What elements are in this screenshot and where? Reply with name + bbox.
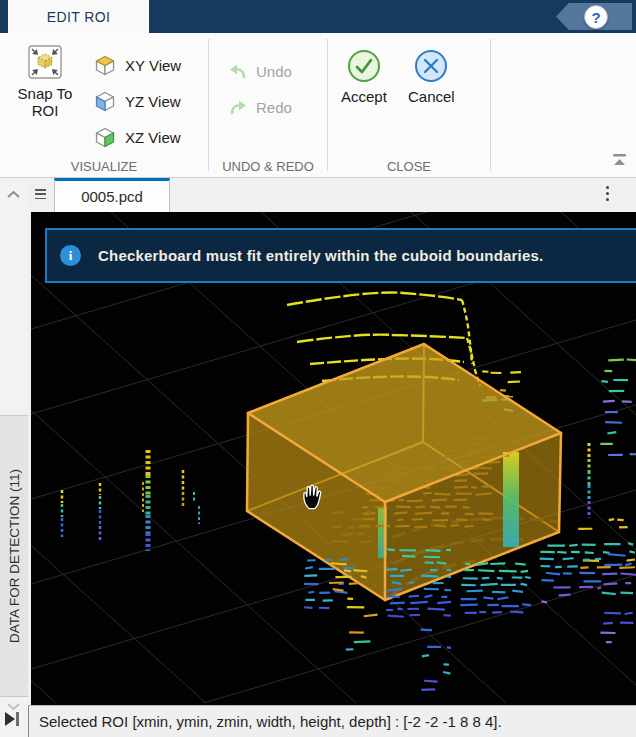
undo-button[interactable]: Undo	[228, 55, 292, 87]
accept-check-icon	[347, 49, 381, 83]
xz-view-label: XZ View	[125, 129, 181, 146]
chevron-up-icon[interactable]	[6, 185, 21, 203]
snap-to-roi-label-2: ROI	[32, 102, 59, 119]
toolstrip-tab-bar: EDIT ROI ?	[0, 0, 636, 33]
accept-button[interactable]: Accept	[341, 49, 387, 105]
redo-label: Redo	[256, 99, 292, 116]
minimize-toolstrip-button[interactable]	[611, 151, 631, 171]
redo-icon	[228, 99, 248, 116]
xz-view-button[interactable]: XZ View	[94, 119, 181, 155]
data-for-detection-tab[interactable]: DATA FOR DETECTION (11)	[0, 415, 28, 697]
point-cloud-viewport[interactable]: i Checkerboard must fit entirely within …	[31, 212, 636, 705]
yz-view-label: YZ View	[125, 93, 181, 110]
xz-view-cube-icon	[94, 126, 116, 148]
main-area: 0005.pcd	[28, 178, 636, 737]
redo-button[interactable]: Redo	[228, 91, 292, 123]
section-label-visualize: VISUALIZE	[39, 159, 169, 174]
xy-view-label: XY View	[125, 57, 181, 74]
info-icon: i	[60, 245, 81, 266]
xy-view-cube-icon	[94, 54, 116, 76]
tab-options-icon[interactable]	[606, 186, 609, 204]
doc-tab-0005-pcd[interactable]: 0005.pcd	[54, 178, 170, 212]
cancel-button[interactable]: Cancel	[408, 49, 455, 105]
data-for-detection-label: DATA FOR DETECTION (11)	[7, 469, 22, 643]
yz-view-cube-icon	[94, 90, 116, 112]
snap-to-roi-label-1: Snap To	[18, 85, 73, 102]
help-icon[interactable]: ?	[584, 5, 608, 29]
point-cloud-scene[interactable]	[31, 212, 636, 703]
undo-icon	[228, 63, 248, 80]
expand-panel-icon[interactable]	[4, 711, 21, 731]
status-bar: Selected ROI [xmin, ymin, zmin, width, h…	[28, 705, 636, 737]
section-label-close: CLOSE	[368, 159, 450, 174]
ribbon-divider	[327, 39, 328, 171]
left-panel-rail: DATA FOR DETECTION (11)	[0, 178, 28, 737]
ribbon-divider	[208, 39, 209, 171]
ribbon: Snap To ROI XY View YZ View	[0, 33, 636, 178]
selected-roi-status-text: Selected ROI [xmin, ymin, zmin, width, h…	[39, 713, 502, 730]
undo-label: Undo	[256, 63, 292, 80]
app-window: EDIT ROI ? Snap To ROI	[0, 0, 636, 737]
document-tab-bar: 0005.pcd	[28, 178, 636, 212]
tab-list-menu-icon[interactable]	[35, 189, 48, 201]
yz-view-button[interactable]: YZ View	[94, 83, 181, 119]
ribbon-divider	[490, 39, 491, 171]
info-banner: i Checkerboard must fit entirely within …	[45, 228, 636, 283]
cancel-label: Cancel	[408, 88, 455, 105]
snap-to-roi-button[interactable]: Snap To ROI	[8, 45, 82, 119]
xy-view-button[interactable]: XY View	[94, 47, 181, 83]
info-banner-text: Checkerboard must fit entirely within th…	[98, 247, 543, 264]
section-label-undo-redo: UNDO & REDO	[209, 159, 327, 174]
snap-to-roi-icon	[28, 45, 62, 79]
cancel-x-icon	[414, 49, 448, 83]
tab-edit-roi[interactable]: EDIT ROI	[8, 0, 149, 33]
accept-label: Accept	[341, 88, 387, 105]
